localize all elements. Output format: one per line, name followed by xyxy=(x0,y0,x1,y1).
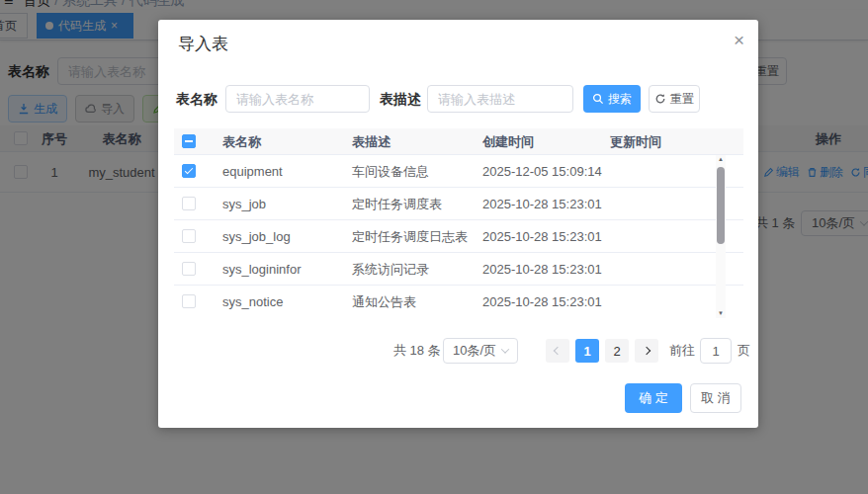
cell-created: 2025-10-28 15:23:01 xyxy=(482,253,602,286)
goto-label: 前往 xyxy=(669,338,695,364)
dialog-title: 导入表 xyxy=(178,33,228,55)
modal-table-header: 表名称 表描述 创建时间 更新时间 xyxy=(174,128,743,155)
cell-created: 2025-10-28 15:23:01 xyxy=(482,220,602,253)
page-size-value: 10条/页 xyxy=(453,342,496,360)
header-created: 创建时间 xyxy=(482,128,534,155)
cell-name: sys_job xyxy=(222,188,266,220)
modal-table-name-label: 表名称 xyxy=(176,85,223,113)
import-table-list: 表名称 表描述 创建时间 更新时间 equipment 车间设备信息 2025-… xyxy=(174,128,743,318)
modal-reset-button[interactable]: 重置 xyxy=(649,85,700,113)
screen: ≡ 首页/系统工具/代码生成 首页 代码生成 × 表名称 重置 生成 xyxy=(0,0,868,494)
modal-table-name-input[interactable] xyxy=(225,85,370,113)
chevron-left-icon xyxy=(554,347,562,355)
cell-name: equipment xyxy=(222,155,283,188)
table-row[interactable]: sys_job 定时任务调度表 2025-10-28 15:23:01 xyxy=(174,188,743,220)
search-icon xyxy=(592,93,604,105)
scrollbar-thumb[interactable] xyxy=(717,167,725,244)
scroll-up-icon[interactable]: ▲ xyxy=(716,155,726,164)
row-checkbox[interactable] xyxy=(182,164,196,178)
table-row[interactable]: sys_logininfor 系统访问记录 2025-10-28 15:23:0… xyxy=(174,253,743,286)
cell-desc: 定时任务调度表 xyxy=(352,188,442,220)
cancel-button[interactable]: 取 消 xyxy=(690,383,741,413)
page-button-1[interactable]: 1 xyxy=(575,339,599,363)
modal-pagination: 共 18 条 10条/页 1 2 前往 页 xyxy=(158,338,758,364)
close-icon[interactable]: × xyxy=(734,28,744,54)
chevron-right-icon xyxy=(643,347,651,355)
table-row[interactable]: sys_notice 通知公告表 2025-10-28 15:23:01 xyxy=(174,286,743,318)
import-table-dialog: 导入表 × 表名称 表描述 搜索 重置 表名称 表描述 创建时间 更新时间 eq… xyxy=(158,20,758,428)
cell-desc: 系统访问记录 xyxy=(352,253,429,286)
cell-name: sys_job_log xyxy=(222,220,291,253)
confirm-button[interactable]: 确 定 xyxy=(625,383,682,413)
row-checkbox[interactable] xyxy=(182,262,196,276)
search-label: 搜索 xyxy=(608,91,632,108)
cell-name: sys_logininfor xyxy=(222,253,302,286)
page-button-2[interactable]: 2 xyxy=(605,339,629,363)
page-suffix-label: 页 xyxy=(738,338,750,364)
cell-created: 2025-10-28 15:23:01 xyxy=(482,188,602,220)
cell-name: sys_notice xyxy=(222,286,283,318)
cell-desc: 通知公告表 xyxy=(352,286,416,318)
table-row[interactable]: sys_job_log 定时任务调度日志表 2025-10-28 15:23:0… xyxy=(174,220,743,253)
header-desc: 表描述 xyxy=(352,128,391,155)
row-checkbox[interactable] xyxy=(182,294,196,308)
header-name: 表名称 xyxy=(222,128,261,155)
cell-desc: 定时任务调度日志表 xyxy=(352,220,468,253)
table-scrollbar[interactable]: ▲ ▼ xyxy=(716,155,726,318)
row-checkbox[interactable] xyxy=(182,229,196,243)
modal-table-desc-input[interactable] xyxy=(427,85,573,113)
cell-created: 2025-10-28 15:23:01 xyxy=(482,286,602,318)
scroll-down-icon[interactable]: ▼ xyxy=(716,309,726,318)
header-updated: 更新时间 xyxy=(610,128,661,155)
next-page-button[interactable] xyxy=(635,339,658,363)
row-checkbox[interactable] xyxy=(182,197,196,210)
pagination-total: 共 18 条 xyxy=(393,338,441,364)
modal-reset-label: 重置 xyxy=(670,91,694,108)
table-row[interactable]: equipment 车间设备信息 2025-12-05 15:09:14 xyxy=(174,155,743,188)
refresh-icon xyxy=(654,93,666,105)
cell-desc: 车间设备信息 xyxy=(352,155,429,188)
goto-page-input[interactable] xyxy=(700,338,732,364)
cell-created: 2025-12-05 15:09:14 xyxy=(482,155,602,188)
search-button[interactable]: 搜索 xyxy=(583,85,641,113)
page-size-select[interactable]: 10条/页 xyxy=(443,338,518,364)
chevron-down-icon xyxy=(501,345,509,353)
select-all-checkbox[interactable] xyxy=(182,134,196,148)
prev-page-button[interactable] xyxy=(546,339,569,363)
modal-table-desc-label: 表描述 xyxy=(380,85,427,113)
